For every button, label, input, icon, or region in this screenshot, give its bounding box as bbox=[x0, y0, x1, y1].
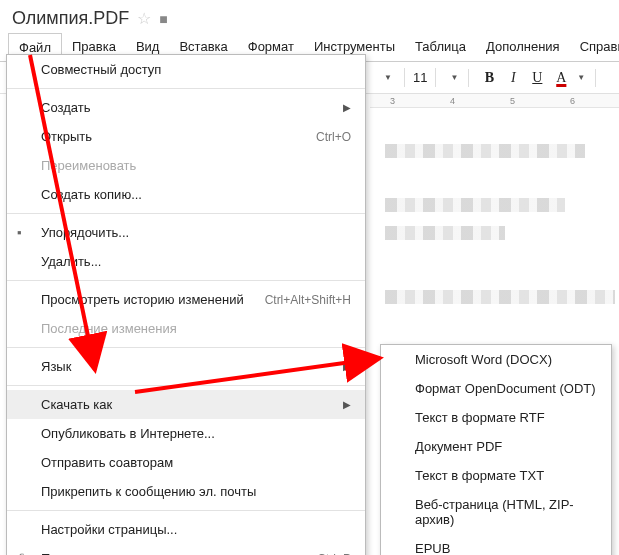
submenu-item-docx[interactable]: Microsoft Word (DOCX) bbox=[381, 345, 611, 374]
text-line bbox=[385, 144, 585, 158]
text-line bbox=[385, 290, 615, 304]
document-header: Олимпия.PDF ☆ ■ bbox=[0, 0, 619, 33]
menu-help[interactable]: Справка bbox=[570, 33, 619, 61]
text-line bbox=[385, 226, 505, 240]
menu-item-language[interactable]: Язык▶ bbox=[7, 352, 365, 381]
menu-item-publish[interactable]: Опубликовать в Интернете... bbox=[7, 419, 365, 448]
shortcut: Ctrl+Alt+Shift+H bbox=[265, 293, 351, 307]
menu-item-share[interactable]: Совместный доступ bbox=[7, 55, 365, 84]
item-label: Скачать как bbox=[41, 397, 112, 412]
menu-item-page-setup[interactable]: Настройки страницы... bbox=[7, 515, 365, 544]
bold-button[interactable]: B bbox=[479, 70, 499, 86]
document-body[interactable] bbox=[385, 130, 619, 318]
text-color-button[interactable]: A bbox=[551, 70, 571, 86]
submenu-item-pdf[interactable]: Документ PDF bbox=[381, 432, 611, 461]
menu-item-print[interactable]: ⎙ПечатьCtrl+P bbox=[7, 544, 365, 555]
chevron-down-icon[interactable]: ▼ bbox=[384, 73, 392, 82]
menu-item-history[interactable]: Просмотреть историю измененийCtrl+Alt+Sh… bbox=[7, 285, 365, 314]
menu-item-email-collab[interactable]: Отправить соавторам bbox=[7, 448, 365, 477]
ruler: 3 4 5 6 bbox=[370, 94, 619, 108]
menu-item-rename: Переименовать bbox=[7, 151, 365, 180]
chevron-down-icon[interactable]: ▼ bbox=[577, 73, 585, 82]
submenu-item-txt[interactable]: Текст в формате TXT bbox=[381, 461, 611, 490]
text-line bbox=[385, 198, 565, 212]
chevron-right-icon: ▶ bbox=[343, 102, 351, 113]
item-label: Язык bbox=[41, 359, 71, 374]
separator bbox=[7, 213, 365, 214]
separator bbox=[7, 510, 365, 511]
chevron-right-icon: ▶ bbox=[343, 399, 351, 410]
print-icon: ⎙ bbox=[17, 551, 25, 555]
menu-item-create[interactable]: Создать▶ bbox=[7, 93, 365, 122]
italic-button[interactable]: I bbox=[503, 70, 523, 86]
submenu-item-epub[interactable]: EPUB bbox=[381, 534, 611, 555]
item-label: Печать bbox=[41, 551, 84, 555]
separator bbox=[7, 347, 365, 348]
submenu-item-rtf[interactable]: Текст в формате RTF bbox=[381, 403, 611, 432]
item-label: Опубликовать в Интернете... bbox=[41, 426, 215, 441]
item-label: Создать копию... bbox=[41, 187, 142, 202]
menu-item-download-as[interactable]: Скачать как▶ bbox=[7, 390, 365, 419]
chevron-down-icon[interactable]: ▼ bbox=[450, 73, 458, 82]
item-label: Текст в формате TXT bbox=[415, 468, 544, 483]
menu-item-delete[interactable]: Удалить... bbox=[7, 247, 365, 276]
menu-item-copy[interactable]: Создать копию... bbox=[7, 180, 365, 209]
item-label: Создать bbox=[41, 100, 90, 115]
item-label: Удалить... bbox=[41, 254, 101, 269]
item-label: Microsoft Word (DOCX) bbox=[415, 352, 552, 367]
separator bbox=[7, 280, 365, 281]
separator bbox=[7, 385, 365, 386]
menu-item-organize[interactable]: ▪Упорядочить... bbox=[7, 218, 365, 247]
folder-icon[interactable]: ■ bbox=[159, 11, 167, 27]
item-label: Упорядочить... bbox=[41, 225, 129, 240]
item-label: Текст в формате RTF bbox=[415, 410, 545, 425]
item-label: Документ PDF bbox=[415, 439, 502, 454]
separator bbox=[468, 69, 469, 87]
item-label: Формат OpenDocument (ODT) bbox=[415, 381, 596, 396]
star-icon[interactable]: ☆ bbox=[137, 9, 151, 28]
item-label: Последние изменения bbox=[41, 321, 177, 336]
underline-button[interactable]: U bbox=[527, 70, 547, 86]
item-label: Просмотреть историю изменений bbox=[41, 292, 244, 307]
folder-icon: ▪ bbox=[17, 225, 22, 240]
item-label: Отправить соавторам bbox=[41, 455, 173, 470]
shortcut: Ctrl+O bbox=[316, 130, 351, 144]
download-as-submenu: Microsoft Word (DOCX) Формат OpenDocumen… bbox=[380, 344, 612, 555]
item-label: Настройки страницы... bbox=[41, 522, 177, 537]
item-label: Веб-страница (HTML, ZIP-архив) bbox=[415, 497, 597, 527]
item-label: Открыть bbox=[41, 129, 92, 144]
font-size-input[interactable]: 11 bbox=[404, 68, 436, 87]
menu-table[interactable]: Таблица bbox=[405, 33, 476, 61]
menu-item-recent: Последние изменения bbox=[7, 314, 365, 343]
menu-addons[interactable]: Дополнения bbox=[476, 33, 570, 61]
separator bbox=[7, 88, 365, 89]
submenu-item-html[interactable]: Веб-страница (HTML, ZIP-архив) bbox=[381, 490, 611, 534]
submenu-item-odt[interactable]: Формат OpenDocument (ODT) bbox=[381, 374, 611, 403]
menu-item-open[interactable]: ОткрытьCtrl+O bbox=[7, 122, 365, 151]
item-label: Совместный доступ bbox=[41, 62, 161, 77]
file-dropdown: Совместный доступ Создать▶ ОткрытьCtrl+O… bbox=[6, 54, 366, 555]
menu-item-email-attach[interactable]: Прикрепить к сообщению эл. почты bbox=[7, 477, 365, 506]
item-label: Переименовать bbox=[41, 158, 136, 173]
document-title[interactable]: Олимпия.PDF bbox=[12, 8, 129, 29]
item-label: EPUB bbox=[415, 541, 450, 555]
chevron-right-icon: ▶ bbox=[343, 361, 351, 372]
item-label: Прикрепить к сообщению эл. почты bbox=[41, 484, 256, 499]
separator bbox=[595, 69, 596, 87]
shortcut: Ctrl+P bbox=[317, 552, 351, 556]
